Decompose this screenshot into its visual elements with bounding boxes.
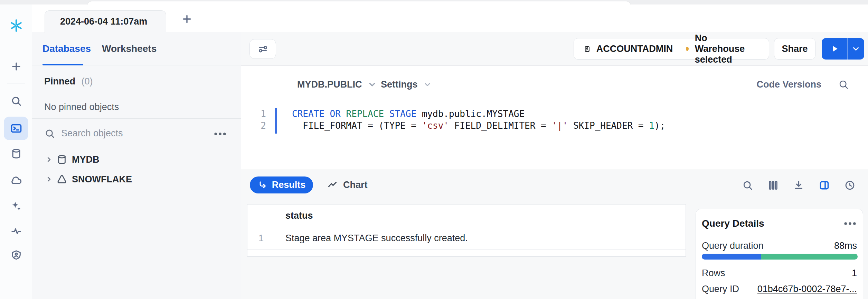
terminal-icon xyxy=(10,122,22,135)
editor-context-row: MYDB.PUBLIC Settings Code Versions xyxy=(241,73,868,96)
code-token: STAGE xyxy=(384,109,422,119)
application-icon xyxy=(56,173,68,185)
download-results-button[interactable] xyxy=(793,180,804,191)
worksheet-tab-title: 2024-06-04 11:07am xyxy=(60,16,147,27)
column-header-status[interactable]: status xyxy=(275,205,686,227)
activity-monitoring-icon[interactable] xyxy=(10,225,22,237)
run-button-group xyxy=(822,38,864,60)
code-token: FIELD_DELIMITER = xyxy=(449,120,551,131)
worksheet-tab[interactable]: 2024-06-04 11:07am xyxy=(45,10,166,33)
rail-divider xyxy=(7,83,25,83)
role-name: ACCOUNTADMIN xyxy=(596,44,673,54)
filters-button[interactable] xyxy=(249,39,276,59)
cloud-nav-icon[interactable] xyxy=(10,174,22,187)
pinned-label: Pinned xyxy=(44,76,75,87)
row-number xyxy=(247,250,275,256)
code-line-1[interactable]: CREATE OR REPLACE STAGE mydb.public.MYST… xyxy=(292,108,525,120)
code-token: SKIP_HEADER = xyxy=(568,120,649,131)
sql-editor[interactable]: MYDB.PUBLIC Settings Code Versions xyxy=(241,66,868,170)
chevron-right-icon[interactable] xyxy=(45,175,53,183)
results-tab[interactable]: Results xyxy=(250,176,313,193)
code-token: FILE_FORMAT = (TYPE = xyxy=(292,120,422,131)
snowsight-app: 2024-06-04 11:07am Databases Worksheets … xyxy=(0,0,868,299)
rows-value: 1 xyxy=(852,268,857,279)
code-token: ); xyxy=(654,120,665,131)
rows-label: Rows xyxy=(702,268,725,279)
new-worksheet-plus-icon[interactable] xyxy=(10,60,22,73)
search-icon xyxy=(742,180,753,191)
plus-icon xyxy=(181,13,193,25)
schema-context-label: MYDB.PUBLIC xyxy=(297,79,362,90)
query-duration-label: Query duration xyxy=(702,241,764,251)
results-actions xyxy=(742,174,856,196)
database-icon xyxy=(56,154,68,165)
worksheets-nav-active[interactable] xyxy=(4,117,28,140)
table-row[interactable]: 1 Stage area MYSTAGE successfully create… xyxy=(247,227,686,250)
browser-chrome-strip xyxy=(0,0,868,4)
sparkles-ai-icon[interactable] xyxy=(10,200,22,212)
columns-icon xyxy=(767,180,779,191)
chevron-down-icon xyxy=(367,79,377,90)
tab-worksheets[interactable]: Worksheets xyxy=(102,32,157,65)
status-cell[interactable]: Stage area MYSTAGE successfully created. xyxy=(275,227,686,249)
split-panel-button[interactable] xyxy=(819,180,830,191)
object-explorer: Databases Worksheets Pinned (0) No pinne… xyxy=(32,32,241,299)
results-arrow-icon xyxy=(257,180,268,190)
code-token: 1 xyxy=(649,120,654,131)
warehouse-status-dot xyxy=(686,47,688,51)
schema-context-dropdown[interactable]: MYDB.PUBLIC xyxy=(297,73,377,96)
more-horizontal-icon xyxy=(213,131,227,137)
snowflake-logo-icon[interactable] xyxy=(9,19,23,33)
settings-dropdown[interactable]: Settings xyxy=(381,73,432,96)
share-button[interactable]: Share xyxy=(774,38,815,60)
statement-selection-bar xyxy=(275,108,277,134)
empty-cell xyxy=(275,250,686,256)
query-details-more-icon[interactable] xyxy=(843,221,857,226)
editor-search-icon[interactable] xyxy=(838,79,849,90)
results-table: status 1 Stage area MYSTAGE successfully… xyxy=(247,204,686,257)
explorer-more-button[interactable] xyxy=(213,129,227,139)
governance-shield-icon[interactable] xyxy=(10,249,22,261)
columns-button[interactable] xyxy=(767,180,779,191)
code-token: REPLACE xyxy=(346,109,384,119)
sliders-icon xyxy=(257,43,269,55)
query-id-label: Query ID xyxy=(702,284,739,295)
databases-nav-icon[interactable] xyxy=(10,147,22,160)
query-history-button[interactable] xyxy=(844,180,856,191)
chart-tab[interactable]: Chart xyxy=(327,176,368,193)
code-versions-button[interactable]: Code Versions xyxy=(756,73,821,96)
search-objects-icon xyxy=(44,128,55,139)
main-area: ACCOUNTADMIN No Warehouse selected Share xyxy=(241,32,868,299)
split-panel-icon xyxy=(819,180,830,191)
worksheet-toolbar: ACCOUNTADMIN No Warehouse selected Share xyxy=(241,32,868,66)
table-row-partial xyxy=(247,250,686,256)
query-duration-bar xyxy=(702,254,858,260)
row-number: 1 xyxy=(247,227,275,249)
query-id-link[interactable]: 01b4c67b-0002-78e7-... xyxy=(757,284,857,295)
code-token: mydb.public.MYSTAGE xyxy=(422,109,525,119)
pinned-count: (0) xyxy=(82,76,93,87)
tab-databases[interactable]: Databases xyxy=(43,32,91,65)
run-options-button[interactable] xyxy=(848,38,865,60)
tree-item-label: MYDB xyxy=(72,154,100,165)
context-selector[interactable]: ACCOUNTADMIN No Warehouse selected xyxy=(574,38,769,60)
run-button[interactable] xyxy=(822,38,847,60)
add-worksheet-button[interactable] xyxy=(181,13,193,25)
warehouse-name: No Warehouse selected xyxy=(695,33,759,65)
search-objects-input[interactable]: Search objects xyxy=(61,128,123,139)
duration-bar-green-segment xyxy=(761,254,858,260)
object-search-row: Search objects xyxy=(32,123,241,145)
tree-item-snowflake[interactable]: SNOWFLAKE xyxy=(32,170,241,189)
clock-icon xyxy=(844,180,856,191)
table-header-row: status xyxy=(247,205,686,227)
tree-item-mydb[interactable]: MYDB xyxy=(32,150,241,169)
search-results-button[interactable] xyxy=(742,180,753,191)
chevron-down-icon xyxy=(423,80,432,89)
settings-label: Settings xyxy=(381,79,418,90)
code-token: 'csv' xyxy=(422,120,449,131)
code-line-2[interactable]: FILE_FORMAT = (TYPE = 'csv' FIELD_DELIMI… xyxy=(292,120,665,132)
search-icon[interactable] xyxy=(10,95,22,107)
results-area: status 1 Stage area MYSTAGE successfully… xyxy=(241,200,868,299)
query-details-title: Query Details xyxy=(702,218,764,229)
chevron-right-icon[interactable] xyxy=(45,155,53,164)
